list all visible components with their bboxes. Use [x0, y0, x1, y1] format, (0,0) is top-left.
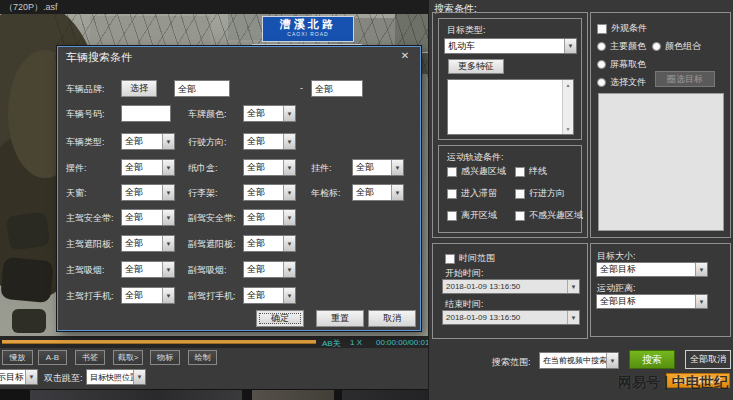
ornament-select[interactable]: 全部▼ [121, 159, 175, 176]
tissue-box-select[interactable]: 全部▼ [243, 159, 296, 176]
cancel-all-button[interactable]: 全部取消 [685, 350, 731, 369]
road-sign-en-text: CAOXI ROAD [263, 31, 353, 37]
chevron-down-icon: ▼ [564, 39, 576, 53]
search-scope-select[interactable]: 在当前视频中搜索 ▼ [539, 352, 619, 369]
parked-scooter [6, 211, 50, 250]
result-thumbnail[interactable] [252, 390, 334, 400]
chevron-down-icon: ▼ [695, 295, 707, 308]
time-range-checkbox[interactable]: 时间范围 [445, 252, 495, 265]
chevron-down-icon: ▼ [283, 262, 295, 277]
main-color-radio[interactable]: 主要颜色 [597, 40, 646, 53]
inspection-mark-label: 年检标: [311, 187, 341, 200]
passenger-seatbelt-select[interactable]: 全部▼ [243, 209, 296, 226]
chevron-down-icon: ▼ [391, 185, 403, 200]
chevron-down-icon: ▼ [25, 370, 37, 384]
chevron-down-icon: ▼ [283, 236, 295, 251]
driving-direction-label: 行驶方向: [188, 136, 227, 149]
scroll-up-icon[interactable]: ▲ [563, 80, 573, 90]
target-size-group: 目标大小: 全部目标 ▼ 运动距离: 全部目标 ▼ [590, 243, 731, 337]
leave-region-checkbox[interactable]: 离开区域 [447, 209, 497, 222]
circle-target-button[interactable]: 圈选目标 [655, 71, 715, 87]
target-size-select[interactable]: 全部目标 ▼ [596, 262, 708, 277]
jump-target-select[interactable]: 目标快照位置 ▼ [86, 369, 146, 385]
luggage-rack-label: 行李架: [188, 187, 218, 200]
plate-color-select[interactable]: 全部 ▼ [243, 105, 296, 122]
brand-from-field[interactable]: 全部 [174, 80, 230, 97]
playback-timeline[interactable]: AB关 1 X 00:00:00/00:01:20 [0, 336, 428, 348]
driver-seatbelt-select[interactable]: 全部▼ [121, 209, 175, 226]
passenger-phone-label: 副驾打手机: [188, 290, 236, 303]
bookmark-button[interactable]: 书签 [75, 350, 105, 365]
driver-smoking-select[interactable]: 全部▼ [121, 261, 175, 278]
enter-linger-checkbox[interactable]: 进入滞留 [447, 187, 497, 200]
result-thumbnail[interactable] [342, 390, 428, 400]
vehicle-number-label: 车辆号码: [66, 108, 105, 121]
passenger-smoking-select[interactable]: 全部▼ [243, 261, 296, 278]
chevron-down-icon: ▼ [162, 185, 174, 200]
close-icon[interactable]: ✕ [398, 49, 412, 62]
show-target-select[interactable]: 显示目标 ▼ [0, 369, 38, 385]
chevron-down-icon: ▼ [162, 262, 174, 277]
motion-distance-select[interactable]: 全部目标 ▼ [596, 294, 708, 309]
listbox-scrollbar[interactable]: ▲ ▼ [562, 80, 573, 134]
scroll-down-icon[interactable]: ▼ [563, 124, 573, 134]
target-type-label: 目标类型: [447, 24, 486, 37]
tripwire-checkbox[interactable]: 绊线 [515, 165, 547, 178]
sunroof-select[interactable]: 全部▼ [121, 184, 175, 201]
non-interest-region-checkbox[interactable]: 不感兴趣区域 [515, 209, 583, 222]
inspection-mark-select[interactable]: 全部▼ [352, 184, 404, 201]
screen-pick-radio[interactable]: 屏幕取色 [597, 58, 646, 71]
vehicle-type-select[interactable]: 全部▼ [121, 133, 175, 150]
end-time-select[interactable]: 2018-01-09 13:16:50 ▼ [442, 310, 580, 325]
target-group-container: 目标类型: 机动车 ▼ 更多特征 ▲ ▼ 运动轨迹条件: 感兴趣区域 绊线 进入… [432, 12, 588, 238]
color-combo-radio[interactable]: 颜色组合 [652, 40, 701, 53]
select-file-radio[interactable]: 选择文件 [597, 76, 646, 89]
driving-direction-select[interactable]: 全部▼ [243, 133, 296, 150]
chevron-down-icon: ▼ [606, 353, 618, 368]
road-sign-cn-text: 漕溪北路 [263, 17, 353, 31]
more-features-button[interactable]: 更多特征 [448, 59, 504, 74]
timeline-progress-bar[interactable] [2, 340, 316, 344]
brand-select-button[interactable]: 选择 [121, 80, 157, 97]
ab-loop-status: AB关 [322, 338, 341, 349]
appearance-checkbox[interactable]: 外观条件 [597, 22, 647, 35]
capture-button[interactable]: 截取> [113, 350, 143, 365]
brand-range-dash: - [300, 83, 303, 93]
target-type-select[interactable]: 机动车 ▼ [444, 38, 577, 54]
driver-phone-select[interactable]: 全部▼ [121, 287, 175, 304]
vehicle-search-dialog: 车辆搜索条件 ✕ 车辆品牌: 选择 全部 - 全部 车辆号码: 车牌颜色: 全部… [57, 46, 421, 331]
search-button[interactable]: 搜索 [629, 350, 675, 369]
dialog-title: 车辆搜索条件 [66, 50, 132, 65]
cancel-button[interactable]: 取消 [368, 310, 416, 327]
direction-checkbox[interactable]: 行进方向 [515, 187, 565, 200]
passenger-sunvisor-select[interactable]: 全部▼ [243, 235, 296, 252]
brand-to-field[interactable]: 全部 [311, 80, 363, 97]
ab-loop-button[interactable]: A-B [38, 350, 67, 365]
driver-sunvisor-select[interactable]: 全部▼ [121, 235, 175, 252]
object-mark-button[interactable]: 物标 [150, 350, 180, 365]
vehicle-number-input[interactable] [121, 105, 171, 122]
chevron-down-icon: ▼ [283, 210, 295, 225]
luggage-rack-select[interactable]: 全部▼ [243, 184, 296, 201]
tissue-box-label: 纸巾盒: [188, 162, 218, 175]
interest-region-checkbox[interactable]: 感兴趣区域 [447, 165, 506, 178]
brand-label: 车辆品牌: [66, 83, 105, 96]
chevron-down-icon: ▼ [391, 160, 403, 175]
feature-listbox[interactable]: ▲ ▼ [447, 79, 574, 135]
app-window: （720P）.asf 漕溪北路 CAOXI ROAD 中山西二路 AB关 1 X… [0, 0, 733, 400]
ok-button[interactable]: 确定 [256, 310, 304, 327]
driver-seatbelt-label: 主驾安全带: [66, 212, 114, 225]
result-thumbnail[interactable] [30, 390, 242, 400]
passenger-smoking-label: 副驾吸烟: [188, 264, 227, 277]
driver-smoking-label: 主驾吸烟: [66, 264, 105, 277]
pendant-select[interactable]: 全部▼ [352, 159, 404, 176]
motion-track-group: 运动轨迹条件: 感兴趣区域 绊线 进入滞留 行进方向 离开区域 不感兴趣区域 [438, 145, 582, 233]
sunroof-label: 天窗: [66, 187, 87, 200]
passenger-phone-select[interactable]: 全部▼ [243, 287, 296, 304]
start-time-select[interactable]: 2018-01-09 13:16:50 ▼ [442, 279, 580, 294]
chevron-down-icon: ▼ [283, 134, 295, 149]
slow-play-button[interactable]: 慢放 [2, 350, 33, 365]
draw-button[interactable]: 绘制 [188, 350, 217, 365]
reset-button[interactable]: 重置 [316, 310, 364, 327]
parked-scooter [12, 309, 46, 333]
